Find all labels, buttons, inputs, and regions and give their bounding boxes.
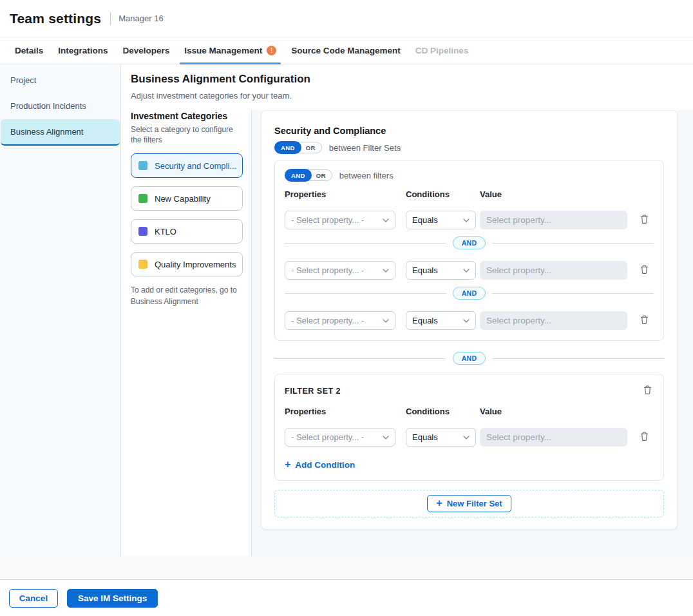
categories-description: Select a category to configure the filte…: [131, 124, 235, 145]
active-tab-underline: [180, 63, 281, 64]
plus-icon: +: [285, 459, 290, 470]
tab-bar: Details Integrations Developers Issue Ma…: [0, 37, 693, 64]
category-color-swatch: [138, 260, 147, 269]
column-header-conditions: Conditions: [406, 189, 480, 199]
footer-action-bar: Cancel Save IM Settings: [0, 580, 693, 616]
toggle-or-segment[interactable]: OR: [316, 172, 326, 179]
trash-icon: [640, 214, 649, 226]
property-select[interactable]: - Select property... -: [285, 311, 395, 330]
sidebar-item-business-alignment[interactable]: Business Alignment: [1, 119, 120, 146]
category-button-quality-improvements[interactable]: Quality Improvements: [131, 252, 243, 276]
filter-column-headers: Properties Conditions Value: [285, 407, 654, 416]
filter-row: - Select property... - Equals: [285, 311, 654, 330]
filter-configuration-region: Security and Compliance AND OR between F…: [252, 110, 693, 556]
chevron-down-icon: [383, 218, 389, 222]
and-connector: AND: [285, 287, 654, 300]
and-connector-pill: AND: [453, 352, 486, 365]
selected-category-title: Security and Compliance: [274, 126, 664, 136]
category-button-ktlo[interactable]: KTLO: [131, 219, 243, 244]
new-filter-set-dropzone: + New Filter Set: [274, 490, 664, 517]
toggle-caption: between Filter Sets: [329, 143, 401, 153]
save-im-settings-button[interactable]: Save IM Settings: [67, 589, 158, 608]
and-or-toggle[interactable]: AND OR: [285, 169, 332, 181]
filter-set-2-header: FILTER SET 2: [285, 383, 654, 398]
category-button-new-capability[interactable]: New Capability: [131, 186, 243, 211]
trash-icon: [640, 314, 649, 327]
delete-filter-button[interactable]: [638, 263, 650, 278]
condition-select[interactable]: Equals: [406, 211, 476, 229]
and-connector-pill: AND: [453, 236, 486, 249]
warning-icon: !: [267, 46, 276, 55]
title-divider: [110, 12, 111, 25]
and-or-toggle[interactable]: AND OR: [274, 142, 322, 153]
trash-icon: [640, 264, 649, 276]
and-connector-pill: AND: [453, 287, 486, 300]
delete-filter-button[interactable]: [638, 213, 650, 227]
column-header-properties: Properties: [285, 189, 406, 199]
filter-set-2-title: FILTER SET 2: [285, 387, 341, 396]
chevron-down-icon: [383, 436, 389, 439]
section-subtitle: Adjust investment categories for your te…: [131, 91, 693, 101]
delete-filter-button[interactable]: [638, 313, 650, 328]
toggle-or-segment[interactable]: OR: [306, 144, 316, 151]
filter-set-2: FILTER SET 2 Properties Conditions Value: [274, 374, 664, 481]
plus-icon: +: [436, 498, 442, 508]
condition-select[interactable]: Equals: [406, 311, 476, 330]
main-panel: Business Alignment Configuration Adjust …: [121, 64, 693, 556]
cancel-button[interactable]: Cancel: [9, 589, 58, 608]
section-title: Business Alignment Configuration: [131, 73, 693, 86]
filter-row: - Select property... - Equals: [285, 211, 654, 229]
page-context-label: Manager 16: [119, 14, 163, 23]
condition-select[interactable]: Equals: [406, 261, 476, 280]
sidebar-item-production-incidents[interactable]: Production Incidents: [1, 93, 120, 119]
categories-helper-text: To add or edit categories, go to Busines…: [131, 285, 239, 307]
property-select[interactable]: - Select property... -: [285, 211, 395, 229]
tab-issue-management[interactable]: Issue Management !: [180, 37, 281, 64]
filter-row: - Select property... - Equals: [285, 428, 654, 447]
trash-icon: [643, 385, 652, 397]
category-filters-card: Security and Compliance AND OR between F…: [261, 110, 678, 530]
column-header-conditions: Conditions: [406, 407, 480, 416]
and-connector: AND: [285, 236, 654, 249]
property-select[interactable]: - Select property... -: [285, 428, 395, 447]
content-area: Project Production Incidents Business Al…: [0, 64, 693, 556]
chevron-down-icon: [463, 218, 470, 222]
tab-integrations[interactable]: Integrations: [53, 37, 112, 64]
category-color-swatch: [138, 161, 147, 170]
value-input[interactable]: [480, 261, 627, 280]
category-color-swatch: [138, 194, 147, 203]
column-header-value: Value: [480, 189, 634, 199]
content-bottom-band: [0, 556, 693, 580]
toggle-and-segment[interactable]: AND: [285, 169, 312, 182]
filter-column-headers: Properties Conditions Value: [285, 189, 654, 199]
column-header-properties: Properties: [285, 407, 406, 416]
toggle-and-segment[interactable]: AND: [274, 141, 301, 154]
add-condition-button[interactable]: + Add Condition: [285, 459, 355, 470]
categories-title: Investment Categories: [131, 111, 243, 121]
delete-filter-set-button[interactable]: [641, 383, 654, 398]
page-header: Team settings Manager 16: [0, 0, 693, 37]
section-body: Investment Categories Select a category …: [121, 110, 693, 556]
value-input[interactable]: [480, 211, 627, 229]
chevron-down-icon: [463, 436, 470, 439]
property-select[interactable]: - Select property... -: [285, 261, 395, 280]
new-filter-set-button[interactable]: + New Filter Set: [427, 495, 511, 512]
sidebar-item-project[interactable]: Project: [1, 68, 120, 93]
page-title: Team settings: [10, 11, 101, 26]
tab-details[interactable]: Details: [10, 37, 48, 64]
category-color-swatch: [138, 227, 147, 236]
tab-developers[interactable]: Developers: [119, 37, 175, 64]
value-input[interactable]: [480, 311, 627, 330]
and-connector-between-sets: AND: [274, 352, 664, 365]
value-input[interactable]: [480, 428, 627, 447]
condition-select[interactable]: Equals: [406, 428, 476, 447]
tab-source-code-management[interactable]: Source Code Management: [287, 37, 405, 64]
chevron-down-icon: [463, 319, 470, 323]
settings-side-nav: Project Production Incidents Business Al…: [0, 64, 121, 556]
filter-sets-operator-row: AND OR between Filter Sets: [274, 142, 664, 153]
chevron-down-icon: [463, 269, 470, 273]
investment-categories-column: Investment Categories Select a category …: [121, 110, 252, 556]
delete-filter-button[interactable]: [638, 430, 650, 445]
trash-icon: [640, 431, 649, 443]
category-button-security-and-compliance[interactable]: Security and Compli...: [131, 153, 243, 178]
